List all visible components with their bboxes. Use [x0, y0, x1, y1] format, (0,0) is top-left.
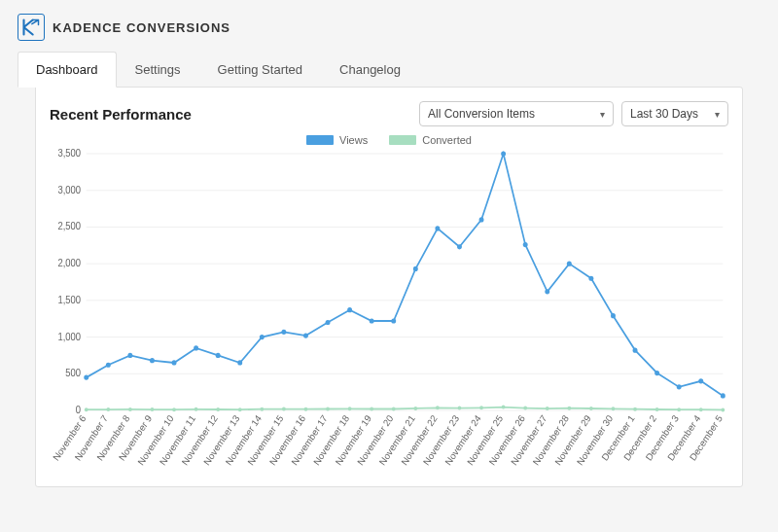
svg-text:3,000: 3,000: [57, 184, 81, 195]
dashboard-panel: Recent Performance All Conversion Items …: [35, 87, 743, 487]
data-point: [546, 407, 549, 410]
data-point: [611, 313, 616, 318]
svg-text:1,500: 1,500: [57, 295, 81, 305]
data-point: [567, 262, 572, 266]
data-point: [589, 407, 593, 410]
data-point: [128, 408, 132, 411]
data-point: [260, 408, 264, 411]
svg-text:2,000: 2,000: [57, 258, 81, 268]
legend-item-converted[interactable]: Converted: [389, 134, 472, 146]
conversion-items-select[interactable]: All Conversion Items ▾: [419, 101, 614, 126]
data-point: [127, 353, 132, 358]
data-point: [721, 393, 725, 398]
data-point: [282, 408, 286, 411]
data-point: [326, 407, 330, 410]
data-point: [281, 330, 286, 335]
data-point: [348, 407, 352, 410]
data-point: [523, 242, 528, 247]
data-point: [655, 408, 659, 411]
data-point: [260, 335, 265, 339]
data-point: [151, 408, 155, 411]
data-point: [457, 244, 462, 249]
tab-dashboard[interactable]: Dashboard: [18, 52, 117, 88]
brand-name: KADENCE CONVERSIONS: [53, 20, 230, 35]
svg-text:2,500: 2,500: [57, 221, 81, 231]
filter-controls: All Conversion Items ▾ Last 30 Days ▾: [419, 101, 728, 126]
data-point: [698, 378, 703, 383]
data-point: [479, 217, 484, 222]
legend-swatch-views: [306, 135, 334, 145]
conversion-items-selected: All Conversion Items: [428, 107, 535, 121]
data-point: [370, 318, 374, 323]
data-point: [106, 363, 111, 368]
data-point: [588, 276, 593, 281]
date-range-select[interactable]: Last 30 Days ▾: [621, 101, 728, 126]
data-point: [370, 407, 373, 410]
performance-chart: 05001,0001,5002,0002,5003,0003,500Novemb…: [50, 148, 728, 479]
data-point: [326, 320, 331, 325]
data-point: [304, 408, 308, 411]
data-point: [391, 318, 396, 323]
data-point: [238, 408, 242, 411]
section-title: Recent Performance: [50, 106, 192, 123]
data-point: [458, 407, 462, 410]
svg-text:500: 500: [65, 368, 81, 378]
data-point: [633, 348, 638, 353]
data-point: [479, 406, 483, 409]
data-point: [612, 407, 616, 410]
tab-settings[interactable]: Settings: [117, 52, 199, 87]
data-point: [435, 226, 440, 231]
data-point: [501, 151, 506, 156]
data-point: [216, 408, 220, 411]
data-point: [172, 360, 177, 365]
data-point: [677, 408, 681, 411]
data-point: [567, 407, 571, 410]
data-point: [150, 358, 155, 363]
data-point: [84, 374, 88, 379]
data-point: [413, 407, 417, 410]
tab-getting-started[interactable]: Getting Started: [199, 52, 321, 87]
chevron-down-icon: ▾: [715, 109, 720, 120]
legend-swatch-converted: [389, 135, 416, 145]
series-line-converted: [87, 408, 724, 410]
data-point: [392, 407, 396, 410]
tab-bar: DashboardSettingsGetting StartedChangelo…: [18, 51, 760, 87]
data-point: [194, 345, 198, 350]
data-point: [303, 333, 308, 337]
data-point: [721, 408, 725, 411]
app-header: KADENCE CONVERSIONS: [0, 0, 778, 51]
chart-legend: Views Converted: [50, 134, 728, 146]
tab-changelog[interactable]: Changelog: [321, 52, 419, 87]
data-point: [347, 307, 352, 312]
data-point: [523, 407, 527, 410]
data-point: [413, 266, 418, 271]
data-point: [194, 408, 198, 411]
data-point: [106, 408, 110, 411]
data-point: [545, 289, 549, 294]
chevron-down-icon: ▾: [600, 109, 605, 120]
svg-text:3,500: 3,500: [57, 148, 81, 159]
data-point: [633, 408, 637, 411]
data-point: [654, 371, 659, 375]
data-point: [85, 408, 88, 411]
data-point: [172, 408, 176, 411]
data-point: [436, 406, 440, 409]
svg-text:1,000: 1,000: [57, 331, 81, 341]
brand-logo-icon: [18, 14, 45, 41]
legend-item-views[interactable]: Views: [306, 134, 368, 146]
legend-label-views: Views: [339, 134, 368, 146]
data-point: [502, 406, 506, 409]
data-point: [237, 360, 242, 365]
data-point: [699, 408, 703, 411]
data-point: [677, 384, 682, 389]
date-range-selected: Last 30 Days: [630, 107, 698, 121]
legend-label-converted: Converted: [422, 134, 472, 146]
data-point: [216, 353, 221, 358]
